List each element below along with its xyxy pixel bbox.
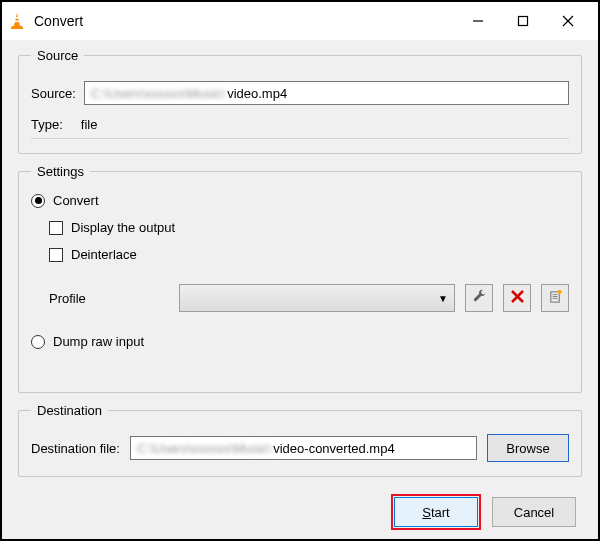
destination-label: Destination file:: [31, 441, 120, 456]
close-button[interactable]: [545, 6, 590, 36]
dialog-body: Source Source: C:\Users\xxxxxx\Music\ vi…: [2, 40, 598, 539]
profile-label: Profile: [49, 291, 169, 306]
browse-button[interactable]: Browse: [487, 434, 569, 462]
source-path-input[interactable]: C:\Users\xxxxxx\Music\ video.mp4: [84, 81, 569, 105]
svg-marker-3: [11, 26, 24, 29]
checkbox-icon: [49, 248, 63, 262]
dump-radio[interactable]: Dump raw input: [31, 334, 569, 349]
source-label: Source:: [31, 86, 76, 101]
maximize-button[interactable]: [500, 6, 545, 36]
new-document-icon: [548, 289, 563, 307]
source-path-hidden: C:\Users\xxxxxx\Music\: [91, 86, 225, 101]
start-label: Start: [422, 505, 449, 520]
browse-label: Browse: [506, 441, 549, 456]
destination-path-input[interactable]: C:\Users\xxxxxx\Music\ video-converted.m…: [130, 436, 477, 460]
start-button[interactable]: Start: [394, 497, 478, 527]
svg-rect-1: [15, 17, 19, 19]
edit-profile-button[interactable]: [465, 284, 493, 312]
destination-legend: Destination: [31, 403, 108, 418]
titlebar: Convert: [2, 2, 598, 40]
source-legend: Source: [31, 48, 84, 63]
type-label: Type:: [31, 117, 63, 132]
source-group: Source Source: C:\Users\xxxxxx\Music\ vi…: [18, 48, 582, 154]
checkbox-icon: [49, 221, 63, 235]
destination-group: Destination Destination file: C:\Users\x…: [18, 403, 582, 477]
source-filename: video.mp4: [227, 86, 287, 101]
wrench-icon: [472, 289, 487, 307]
cancel-button[interactable]: Cancel: [492, 497, 576, 527]
profile-select[interactable]: ▼: [179, 284, 455, 312]
chevron-down-icon: ▼: [438, 293, 448, 304]
destination-path-hidden: C:\Users\xxxxxx\Music\: [137, 441, 271, 456]
svg-rect-5: [518, 17, 527, 26]
settings-legend: Settings: [31, 164, 90, 179]
display-output-checkbox[interactable]: Display the output: [49, 220, 569, 235]
convert-radio[interactable]: Convert: [31, 193, 569, 208]
svg-marker-0: [14, 13, 20, 26]
cancel-label: Cancel: [514, 505, 554, 520]
minimize-button[interactable]: [455, 6, 500, 36]
x-icon: [511, 290, 524, 306]
dialog-buttons: Start Cancel: [18, 497, 582, 527]
radio-icon: [31, 194, 45, 208]
convert-radio-label: Convert: [53, 193, 99, 208]
window-title: Convert: [34, 13, 455, 29]
vlc-cone-icon: [8, 12, 26, 30]
deinterlace-checkbox[interactable]: Deinterlace: [49, 247, 569, 262]
destination-filename: video-converted.mp4: [273, 441, 394, 456]
window-controls: [455, 6, 590, 36]
svg-rect-2: [14, 21, 20, 23]
svg-point-14: [557, 290, 561, 294]
radio-icon: [31, 335, 45, 349]
type-value: file: [81, 117, 98, 132]
new-profile-button[interactable]: [541, 284, 569, 312]
deinterlace-label: Deinterlace: [71, 247, 137, 262]
dump-radio-label: Dump raw input: [53, 334, 144, 349]
display-output-label: Display the output: [71, 220, 175, 235]
settings-group: Settings Convert Display the output Dein…: [18, 164, 582, 393]
delete-profile-button[interactable]: [503, 284, 531, 312]
